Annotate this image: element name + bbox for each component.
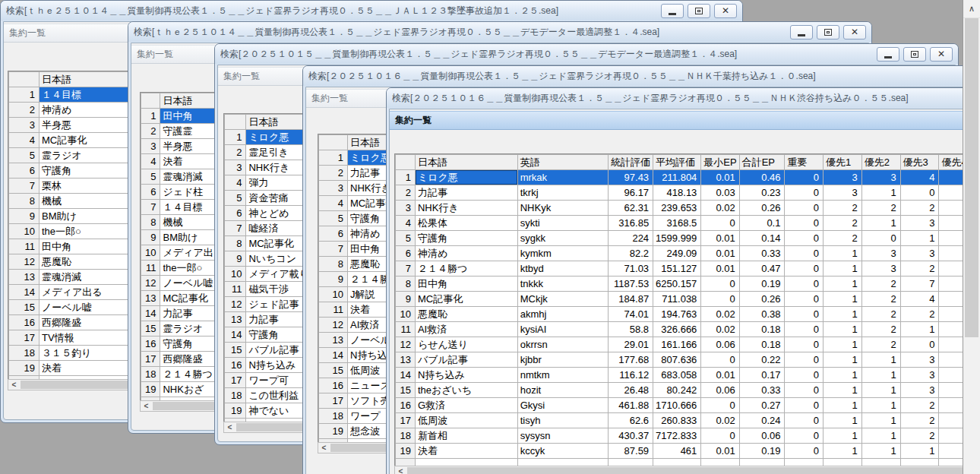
table-row[interactable]: 3NHK行きNHKyk62.31239.6530.020.260222 xyxy=(396,201,980,216)
list-row[interactable]: 10メディア載り xyxy=(225,267,312,282)
list-row[interactable]: 14メディア出る xyxy=(9,285,134,300)
list-row[interactable]: 3半身悪 xyxy=(9,118,134,133)
scroll-left-icon[interactable]: < xyxy=(141,401,152,411)
list-row[interactable]: 8MC記事化 xyxy=(225,236,312,251)
column-header[interactable]: 合計EP xyxy=(739,155,785,170)
list-row[interactable]: 13霊魂消滅 xyxy=(9,270,134,285)
table-row[interactable]: 4松果体sykti316.853168.500.10213 xyxy=(396,216,980,231)
column-header[interactable]: 日本語 xyxy=(40,72,134,87)
horizontal-scrollbar[interactable]: < xyxy=(140,400,226,412)
scroll-left-icon[interactable]: < xyxy=(318,443,330,453)
horizontal-scrollbar[interactable]: < xyxy=(394,466,976,474)
title-bar[interactable]: 検索[ｔｈｅ２５１０１４＿＿質量制御再現公表１．５＿＿ジェド霊界ラジオ再現０．５… xyxy=(1,1,742,21)
list-row[interactable]: 2霊足引き xyxy=(225,145,312,160)
japanese-word-list[interactable]: 日本語1ミロク悪2霊足引き3NHK行き4弾力5資金苦痛6神とどめ7嘘経済8MC記… xyxy=(223,113,313,422)
scroll-up-icon[interactable]: ∧ xyxy=(963,0,980,18)
list-row[interactable]: 16N持ち込み xyxy=(225,358,312,373)
column-header[interactable]: 優先1 xyxy=(824,155,862,170)
list-row[interactable]: 18３１５釣り xyxy=(9,346,134,361)
list-row[interactable]: 9Nいちコン xyxy=(225,251,312,267)
scrollbar-thumb[interactable] xyxy=(21,381,131,389)
list-row[interactable]: 9BM助け xyxy=(141,230,226,245)
list-row[interactable]: 13力記事 xyxy=(225,312,312,327)
list-row[interactable]: 4MC記事化 xyxy=(9,133,134,148)
row-number-header[interactable] xyxy=(141,93,160,109)
row-number-header[interactable] xyxy=(9,72,40,87)
list-row[interactable]: 18２１４勝つ xyxy=(141,367,226,382)
list-row[interactable]: 9BM助け xyxy=(9,209,134,224)
table-row[interactable]: 13バブル記事kjbbr177.68807.63600.220113 xyxy=(396,352,980,368)
table-row[interactable]: 17低周波tisyh62.6260.8330.020.240112 xyxy=(396,413,980,428)
row-number-header[interactable] xyxy=(225,115,246,130)
search-window-5[interactable]: 検索[２０２５１０１６＿＿質量制御再現公表１．５＿＿ジェド霊界ラジオ再現０．５５… xyxy=(386,87,980,474)
list-row[interactable]: 11田中角 xyxy=(9,239,134,254)
column-header[interactable]: 最小EP xyxy=(701,155,739,170)
table-row[interactable]: 12らせん送りokrrsn29.01161.1660.060.180120 xyxy=(396,337,980,352)
list-row[interactable]: 6守護角 xyxy=(9,163,134,179)
list-row[interactable]: 19決着 xyxy=(9,361,134,376)
list-row[interactable]: 6神とどめ xyxy=(225,206,312,221)
list-row[interactable]: 17TV情報 xyxy=(9,330,134,346)
table-row[interactable]: 1ミロク悪mrkak97.43211.8040.010.460334 xyxy=(396,170,980,185)
list-row[interactable]: 4弾力 xyxy=(225,175,312,191)
scroll-left-icon[interactable]: < xyxy=(8,380,20,390)
scrollbar-thumb[interactable] xyxy=(965,18,978,337)
list-row[interactable]: 17ワープ可 xyxy=(225,373,312,388)
list-row[interactable]: 12ノーベル嘘 xyxy=(141,276,226,291)
table-row[interactable]: 2力記事tkrkj96.17418.130.030.230310 xyxy=(396,185,980,201)
list-row[interactable]: 4決着 xyxy=(141,154,226,169)
maximize-button[interactable] xyxy=(903,47,926,62)
close-button[interactable]: ✕ xyxy=(843,25,866,40)
column-header[interactable]: 統計評価 xyxy=(609,155,653,170)
table-row[interactable]: 15theおざいちhozit26.4880.2420.060.330113 xyxy=(396,383,980,398)
column-header[interactable]: 日本語 xyxy=(415,155,517,170)
vertical-scrollbar[interactable]: ∧ xyxy=(963,0,980,474)
summary-table[interactable]: 日本語英語統計評価平均評価最小EP合計EP重要優先1優先2優先3優先41ミロク悪… xyxy=(394,153,980,466)
list-row[interactable]: 1１４目標 xyxy=(9,87,134,103)
column-header[interactable]: 重要 xyxy=(785,155,824,170)
list-row[interactable]: 16守護角 xyxy=(141,337,226,352)
table-row[interactable]: 9MC記事化MCkjk184.87711.03800.260124 xyxy=(396,292,980,307)
row-number-header[interactable] xyxy=(396,155,416,170)
list-row[interactable]: 7栗林 xyxy=(9,179,134,194)
list-row[interactable]: 19神でない xyxy=(225,403,312,419)
scrollbar-thumb[interactable] xyxy=(153,402,222,410)
list-row[interactable]: 6ジェド柱 xyxy=(141,185,226,200)
table-row[interactable]: 19決着kccyk87.594610.010.190111 xyxy=(396,444,980,459)
title-bar[interactable]: 検索[２０２５１０１６＿＿質量制御再現公表１．５＿＿ジェド霊界ラジオ再現０．５５… xyxy=(303,66,980,86)
table-row[interactable]: 5守護角sygkk2241599.9990.010.140201 xyxy=(396,231,980,246)
close-button[interactable]: ✕ xyxy=(930,47,953,62)
list-row[interactable]: 2守護霊 xyxy=(141,124,226,139)
row-number-header[interactable] xyxy=(319,135,348,150)
list-row[interactable]: 7１４目標 xyxy=(141,200,226,215)
list-row[interactable]: 12悪魔恥 xyxy=(9,254,134,270)
column-header[interactable]: 英語 xyxy=(517,155,608,170)
list-row[interactable]: 16西郷隆盛 xyxy=(9,315,134,330)
horizontal-scrollbar[interactable]: < xyxy=(223,422,311,433)
list-row[interactable]: 5霊ラジオ xyxy=(9,148,134,163)
table-row[interactable]: 7２１４勝つktbyd71.03151.1270.010.470132 xyxy=(396,261,980,276)
list-row[interactable]: 15ノーベル嘘 xyxy=(9,300,134,315)
list-row[interactable]: 17西郷隆盛 xyxy=(141,352,226,367)
list-row[interactable]: 10メディア出る xyxy=(141,245,226,261)
scrollbar-thumb[interactable] xyxy=(407,467,972,474)
list-row[interactable]: 19NHKおざ xyxy=(141,382,226,397)
column-header[interactable]: 平均評価 xyxy=(653,155,701,170)
column-header[interactable]: 優先2 xyxy=(861,155,900,170)
minimize-button[interactable] xyxy=(661,4,684,18)
table-row[interactable]: 11AI救済kysiAI58.8326.6660.020.180121 xyxy=(396,322,980,337)
scroll-left-icon[interactable]: < xyxy=(395,466,406,474)
list-row[interactable]: 2神清め xyxy=(9,103,134,118)
list-row[interactable]: 15霊ラジオ xyxy=(141,321,226,337)
table-row[interactable]: 16G救済Gkysi461.881710.66600.270112 xyxy=(396,398,980,413)
list-row[interactable]: 11磁気干渉 xyxy=(225,282,312,297)
list-row[interactable]: 5霊魂消滅 xyxy=(141,169,226,185)
list-row[interactable]: 5資金苦痛 xyxy=(225,191,312,206)
title-bar[interactable]: 検索[２０２５１０１５＿＿質量制御再現公表１．５＿＿ジェド霊界ラジオ再現０．５５… xyxy=(215,44,958,64)
maximize-button[interactable] xyxy=(817,25,839,40)
scroll-left-icon[interactable]: < xyxy=(224,422,236,432)
list-row[interactable]: 14守護角 xyxy=(225,327,312,343)
list-row[interactable]: 8機械 xyxy=(9,194,134,209)
minimize-button[interactable] xyxy=(877,47,899,62)
list-row[interactable]: 1田中角 xyxy=(141,109,226,124)
